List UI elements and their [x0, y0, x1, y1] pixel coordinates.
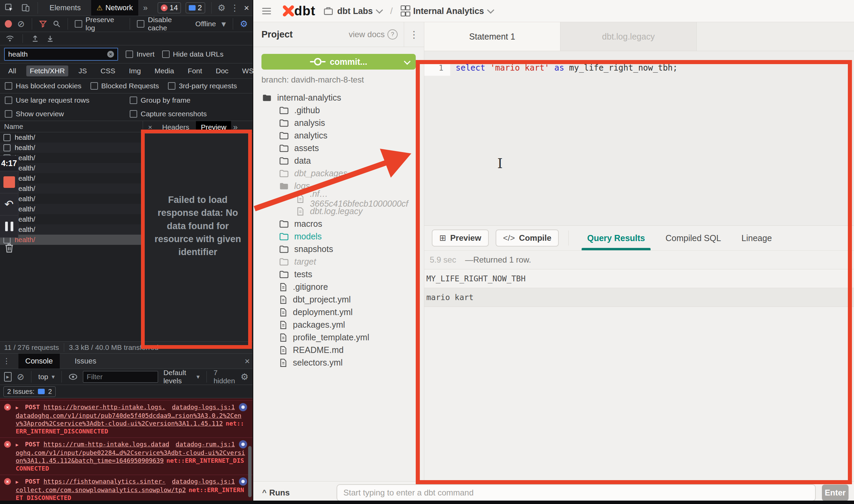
- tree-item[interactable]: .nf…3665c416bfecb1000000cf: [253, 192, 424, 205]
- network-filter-funnel-icon[interactable]: [39, 20, 47, 28]
- log-levels-dropdown[interactable]: Default levels ▾: [163, 369, 200, 385]
- throttling-caret-icon[interactable]: ▾: [222, 19, 226, 28]
- network-request-row[interactable]: health/: [0, 163, 143, 173]
- restart-recording-button[interactable]: ↶: [0, 193, 18, 215]
- tree-item[interactable]: README.md: [253, 344, 424, 356]
- close-drawer-icon[interactable]: ×: [245, 357, 250, 366]
- error-count-badge[interactable]: × 14: [158, 2, 181, 13]
- request-type-chip[interactable]: JS: [75, 65, 90, 76]
- tree-item[interactable]: internal-analytics: [253, 91, 424, 104]
- console-settings-gear-icon[interactable]: ⚙: [241, 372, 248, 381]
- network-request-row[interactable]: health/: [0, 194, 143, 204]
- request-type-chip[interactable]: All: [5, 65, 19, 76]
- hamburger-menu-icon[interactable]: [262, 6, 271, 16]
- capture-screenshots-checkbox[interactable]: Capture screenshots: [130, 110, 207, 118]
- console-sidebar-icon[interactable]: ▶: [4, 372, 12, 382]
- tree-item[interactable]: packages.yml: [253, 318, 424, 331]
- request-type-chip[interactable]: Font: [184, 65, 205, 76]
- clear-network-log-icon[interactable]: ⊘: [17, 19, 25, 28]
- console-error-entry[interactable]: × datadog-logs.js:1 ▶ POST https://fisht…: [0, 475, 253, 504]
- cancel-recording-button[interactable]: [0, 238, 18, 258]
- request-type-chip[interactable]: Doc: [212, 65, 232, 76]
- device-toolbar-icon[interactable]: [20, 2, 31, 14]
- eye-icon[interactable]: [69, 373, 77, 381]
- tree-item[interactable]: selectors.yml: [253, 356, 424, 369]
- console-source-link[interactable]: datadog-logs.js:1: [172, 477, 235, 485]
- blocked-requests-checkbox[interactable]: Blocked Requests: [90, 82, 159, 90]
- tree-item[interactable]: models: [253, 230, 424, 243]
- has-blocked-cookies-checkbox[interactable]: Has blocked cookies: [5, 82, 82, 90]
- tree-item[interactable]: assets: [253, 142, 424, 154]
- name-column-header[interactable]: Name: [0, 121, 143, 132]
- console-error-entry[interactable]: × ▶ …tps://…/health/net::ERR_INTERNET_DI…: [0, 398, 253, 401]
- clear-console-icon[interactable]: ⊘: [17, 372, 25, 381]
- expand-triangle-icon[interactable]: ▶: [16, 442, 18, 447]
- account-switcher[interactable]: dbt Labs: [324, 6, 382, 16]
- tree-item[interactable]: macros: [253, 218, 424, 230]
- settings-gear-icon[interactable]: ⚙: [218, 3, 226, 12]
- tree-item[interactable]: analysis: [253, 117, 424, 129]
- request-type-chip[interactable]: CSS: [97, 65, 119, 76]
- tree-item[interactable]: snapshots: [253, 243, 424, 255]
- view-docs-link[interactable]: view docs ?: [349, 29, 404, 40]
- tree-item[interactable]: analytics: [253, 129, 424, 142]
- editor-tab-log[interactable]: dbt.log.legacy: [560, 22, 697, 51]
- tree-item[interactable]: data: [253, 154, 424, 167]
- network-request-row[interactable]: health/: [0, 173, 143, 183]
- disable-cache-checkbox[interactable]: Disable cache: [137, 16, 190, 32]
- network-request-row[interactable]: health/: [0, 183, 143, 194]
- network-request-row[interactable]: health/: [0, 153, 143, 163]
- inspect-element-icon[interactable]: [3, 2, 15, 14]
- console-source-link[interactable]: datadog-logs.js:1: [172, 403, 235, 411]
- more-tabs-icon[interactable]: »: [143, 3, 147, 13]
- network-request-row[interactable]: health/: [0, 132, 143, 143]
- console-filter-input[interactable]: Filter: [83, 371, 158, 383]
- issues-counter[interactable]: 2 Issues: 2: [3, 386, 56, 397]
- kebab-menu-icon[interactable]: ⋮: [230, 3, 239, 12]
- drawer-kebab-icon[interactable]: ⋮: [3, 357, 10, 365]
- runs-toggle[interactable]: ^ Runs: [259, 488, 295, 498]
- console-error-entry[interactable]: × datadog-rum.js:1 ▶ POST https://rum-ht…: [0, 438, 253, 475]
- third-party-requests-checkbox[interactable]: 3rd-party requests: [168, 82, 237, 90]
- throttling-dropdown[interactable]: Offline: [195, 20, 216, 28]
- tree-item[interactable]: tests: [253, 268, 424, 281]
- invert-checkbox[interactable]: Invert: [126, 50, 155, 58]
- search-icon[interactable]: [53, 20, 61, 28]
- commit-dropdown-icon[interactable]: [404, 58, 411, 65]
- network-filter-input[interactable]: health ×: [4, 48, 118, 61]
- pause-recording-button[interactable]: [0, 215, 18, 237]
- context-selector[interactable]: top ▾: [38, 373, 55, 381]
- tree-item[interactable]: dbt_packages: [253, 167, 424, 180]
- editor-tab-statement[interactable]: Statement 1: [424, 22, 560, 51]
- network-settings-gear-icon[interactable]: ⚙: [240, 19, 248, 28]
- network-request-row[interactable]: health/: [0, 214, 143, 224]
- tab-elements[interactable]: Elements: [44, 0, 86, 16]
- request-type-chip[interactable]: Fetch/XHR: [26, 65, 68, 76]
- console-scrollbar[interactable]: [248, 446, 252, 497]
- tab-network[interactable]: ⚠ Network: [91, 0, 139, 16]
- export-har-icon[interactable]: [46, 34, 54, 43]
- expand-triangle-icon[interactable]: ▶: [16, 479, 18, 485]
- hide-data-urls-checkbox[interactable]: Hide data URLs: [162, 50, 224, 58]
- enter-button[interactable]: Enter: [822, 485, 849, 501]
- show-overview-checkbox[interactable]: Show overview: [5, 110, 130, 118]
- tab-issues[interactable]: Issues: [68, 354, 103, 369]
- tree-item[interactable]: dbt_project.yml: [253, 293, 424, 306]
- commit-button[interactable]: commit...: [261, 54, 416, 70]
- close-devtools-icon[interactable]: ×: [244, 3, 249, 12]
- message-count-badge[interactable]: 2: [186, 2, 205, 13]
- clear-filter-icon[interactable]: ×: [107, 51, 114, 58]
- tree-item[interactable]: deployment.yml: [253, 306, 424, 318]
- network-request-row[interactable]: health/: [0, 224, 143, 235]
- console-source-link[interactable]: datadog-rum.js:1: [176, 440, 235, 448]
- network-conditions-wifi-icon[interactable]: [5, 34, 14, 43]
- network-request-row[interactable]: health/: [0, 143, 143, 153]
- console-error-entry[interactable]: × datadog-logs.js:1 ▶ POST https://brows…: [0, 401, 253, 438]
- use-large-rows-checkbox[interactable]: Use large request rows: [5, 96, 130, 104]
- dbt-command-input[interactable]: [337, 484, 816, 501]
- tree-item[interactable]: .github: [253, 104, 424, 117]
- tree-item[interactable]: .gitignore: [253, 281, 424, 293]
- group-by-frame-checkbox[interactable]: Group by frame: [130, 96, 190, 104]
- sidebar-kebab-icon[interactable]: ⋮: [404, 22, 424, 47]
- record-icon[interactable]: [5, 20, 12, 28]
